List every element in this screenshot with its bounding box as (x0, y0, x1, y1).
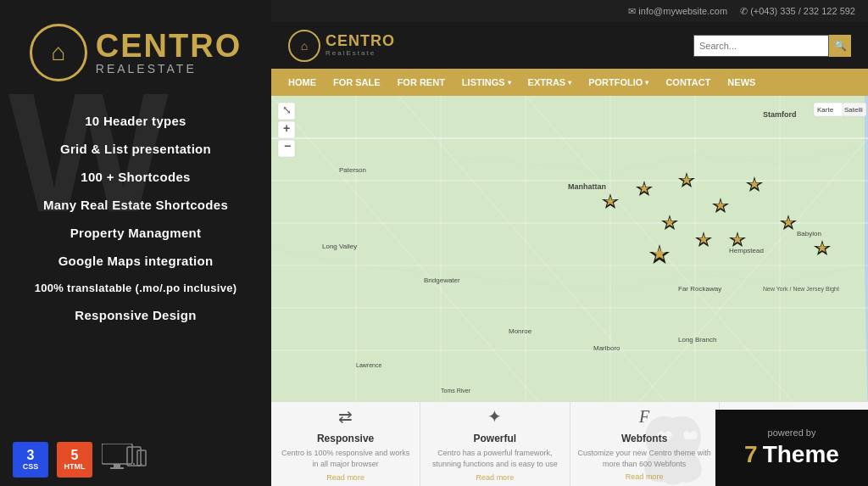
svg-text:Bridgewater: Bridgewater (424, 277, 460, 284)
feature-responsive-desc: Centro is 100% responsive and works in a… (278, 448, 413, 469)
feature-card-responsive: ⇄ Responsive Centro is 100% responsive a… (271, 402, 420, 486)
site-search-bar[interactable]: 🔍 (693, 35, 851, 57)
nav-extras[interactable]: EXTRAS▾ (520, 69, 581, 96)
svg-text:−: − (284, 139, 291, 153)
powered-by-label: powered by (768, 427, 816, 438)
svg-text:Babylon: Babylon (797, 230, 821, 237)
powerful-icon: ✦ (487, 406, 502, 427)
svg-text:New York / New Jersey Bight: New York / New Jersey Bight (763, 286, 839, 293)
responsive-devices-icon (101, 442, 152, 478)
feature-property-mgmt: Property Managment (0, 219, 271, 247)
map-svg: Stamford Paterson Manhattan Hempstead Ba… (271, 96, 868, 401)
site-logo: ⌂ CENTRO RealEstate (288, 30, 395, 62)
wolf-silhouette (635, 410, 711, 486)
html5-label: HTML (64, 462, 86, 471)
search-input[interactable] (693, 35, 829, 57)
theme-icon: 7 (744, 441, 758, 468)
feature-responsive: Responsive Design (0, 301, 271, 329)
svg-text:Long Branch: Long Branch (678, 336, 716, 344)
svg-text:Monroe: Monroe (509, 327, 532, 335)
site-navigation: HOME FOR SALE FOR RENT LISTINGS▾ EXTRAS▾… (271, 69, 868, 96)
feature-google-maps: Google Maps integration (0, 247, 271, 275)
css3-badge: 3 CSS (13, 442, 48, 478)
content-area: ✉ info@mywebsite.com ✆ (+043) 335 / 232 … (271, 0, 868, 486)
search-button[interactable]: 🔍 (829, 35, 851, 57)
logo-circle: ⌂ (30, 24, 87, 81)
site-centro-text: CENTRO (326, 33, 395, 50)
sidebar-bottom-badges: 3 CSS 5 HTML (0, 433, 271, 486)
svg-text:Karte: Karte (817, 106, 834, 114)
nav-home[interactable]: HOME (280, 69, 325, 96)
svg-text:Paterson: Paterson (339, 166, 366, 174)
svg-text:Long Valley: Long Valley (322, 243, 357, 250)
svg-text:Satelli: Satelli (844, 106, 863, 114)
svg-text:+: + (283, 121, 290, 135)
map-container[interactable]: Stamford Paterson Manhattan Hempstead Ba… (271, 96, 868, 401)
feature-realestate-shortcodes: Many Real Estate Shortcodes (0, 191, 271, 219)
sidebar-logo: ⌂ CENTRO RealEstate (13, 0, 259, 98)
contact-phone: ✆ (+043) 335 / 232 122 592 (740, 6, 855, 17)
feature-grid-list: Grid & List presentation (0, 135, 271, 163)
powered-by-logo: 7 Theme (744, 441, 839, 468)
feature-powerful-title: Powerful (474, 433, 517, 444)
svg-text:Manhattan: Manhattan (568, 182, 606, 191)
contact-email: ✉ info@mywebsite.com (628, 6, 727, 17)
feature-shortcodes: 100 + Shortcodes (0, 163, 271, 191)
sidebar: W ⌂ CENTRO RealEstate 10 Header types Gr… (0, 0, 271, 486)
feature-header-types: 10 Header types (0, 107, 271, 135)
html5-number: 5 (71, 449, 79, 462)
svg-text:⤡: ⤡ (282, 103, 292, 116)
logo-text: CENTRO RealEstate (96, 30, 242, 75)
svg-text:Marlboro: Marlboro (593, 344, 620, 352)
svg-rect-1 (114, 464, 120, 467)
svg-rect-5 (137, 450, 146, 466)
logo-house-icon: ⌂ (51, 41, 65, 64)
svg-point-6 (141, 464, 142, 466)
logo-centro: CENTRO (96, 30, 242, 62)
sidebar-features-list: 10 Header types Grid & List presentation… (0, 107, 271, 329)
svg-text:Toms River: Toms River (441, 388, 471, 394)
svg-text:Stamford: Stamford (763, 110, 797, 119)
site-realestate-text: RealEstate (326, 50, 395, 58)
nav-contact[interactable]: CONTACT (657, 69, 719, 96)
feature-translatable: 100% translatable (.mo/.po inclusive) (0, 275, 271, 301)
html5-badge: 5 HTML (57, 442, 92, 478)
feature-powerful-desc: Centro has a powerful framework, stunnin… (427, 448, 562, 469)
feature-card-powerful: ✦ Powerful Centro has a powerful framewo… (420, 402, 570, 486)
site-logo-circle: ⌂ (288, 30, 320, 62)
svg-text:Lawrence: Lawrence (356, 362, 381, 368)
feature-powerful-read-more[interactable]: Read more (476, 473, 515, 482)
svg-rect-2 (110, 467, 124, 469)
svg-text:Far Rockaway: Far Rockaway (678, 285, 721, 293)
top-bar: ✉ info@mywebsite.com ✆ (+043) 335 / 232 … (271, 0, 868, 22)
nav-news[interactable]: NEWS (719, 69, 764, 96)
responsive-icon: ⇄ (338, 406, 353, 427)
svg-text:Hempstead: Hempstead (729, 247, 764, 254)
nav-for-sale[interactable]: FOR SALE (325, 69, 389, 96)
feature-responsive-read-more[interactable]: Read more (326, 473, 364, 482)
powered-by-section: powered by 7 Theme (715, 410, 868, 486)
css3-number: 3 (27, 449, 35, 462)
feature-responsive-title: Responsive (317, 433, 374, 444)
logo-realestate: RealEstate (96, 62, 242, 75)
css3-label: CSS (23, 462, 39, 471)
site-logo-text: CENTRO RealEstate (326, 33, 395, 58)
nav-portfolio[interactable]: PORTFOLIO▾ (580, 69, 657, 96)
nav-listings[interactable]: LISTINGS▾ (453, 69, 520, 96)
nav-for-rent[interactable]: FOR RENT (389, 69, 453, 96)
svg-point-4 (133, 463, 135, 465)
site-header: ⌂ CENTRO RealEstate 🔍 (271, 22, 868, 69)
theme-text: Theme (763, 441, 839, 468)
